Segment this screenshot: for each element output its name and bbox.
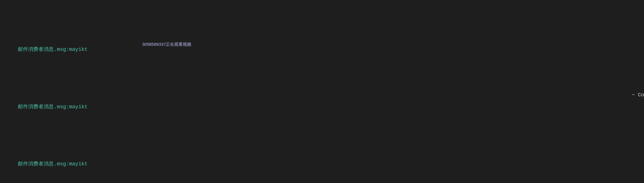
log-text-3: 邮件消费者消息.msg:mayikt	[18, 161, 88, 167]
log-text-1: 邮件消费者消息.msg:mayikt	[18, 47, 88, 52]
log-text-2: 邮件消费者消息.msg:mayikt	[18, 104, 88, 110]
log-line-1: 邮件消费者消息.msg:mayikt	[6, 37, 638, 62]
log-line-3: 邮件消费者消息.msg:mayikt	[6, 152, 638, 176]
right-side-label: ~ Co	[632, 91, 644, 99]
log-container: 邮件消费者消息.msg:mayikt 邮件消费者消息.msg:mayikt 邮件…	[6, 5, 638, 183]
log-line-2: 邮件消费者消息.msg:mayikt	[6, 95, 638, 119]
